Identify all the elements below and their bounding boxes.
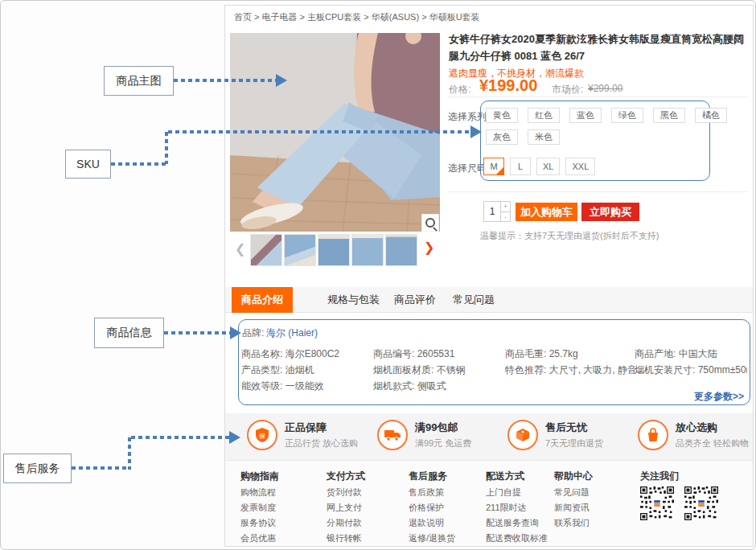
thumbnail-1[interactable]	[250, 234, 282, 266]
service-item-authentic: 保 正品保障正品行货 放心选购	[247, 420, 358, 450]
footer-link[interactable]: 售后政策	[409, 486, 444, 499]
annotation-connector	[174, 79, 277, 82]
shield-badge-icon: 保	[247, 420, 277, 450]
service-subtitle: 7天无理由退货	[545, 437, 603, 449]
tab-product-intro[interactable]: 商品介绍	[232, 287, 293, 313]
series-option[interactable]: 黄色	[486, 108, 518, 123]
size-option[interactable]: XL	[536, 158, 560, 175]
footer-col-title: 帮助中心	[554, 470, 593, 483]
footer-link[interactable]: 211限时达	[486, 502, 527, 514]
annotation-after-sales: 售后服务	[3, 454, 72, 483]
footer-link[interactable]: 银行转帐	[327, 532, 362, 544]
thumbnail-4[interactable]	[351, 234, 384, 266]
series-options-row1: 黄色 红色 蓝色 绿色 黑色 橘色	[486, 108, 727, 123]
footer-link[interactable]: 会员优惠	[240, 532, 276, 544]
quantity-value[interactable]: 1	[484, 202, 500, 221]
annotation-connector	[128, 437, 131, 470]
gallery-next-button[interactable]: ❯	[424, 241, 434, 254]
add-to-cart-button[interactable]: 加入购物车	[516, 203, 577, 221]
return-policy-tip: 温馨提示：支持7天无理由退货(拆封后不支持)	[480, 230, 659, 242]
series-option[interactable]: 红色	[528, 108, 560, 123]
series-option[interactable]: 蓝色	[569, 108, 602, 123]
footer-col-title: 关注我们	[640, 470, 679, 483]
footer-link[interactable]: 购物流程	[240, 486, 276, 499]
footer-link[interactable]: 联系我们	[554, 517, 590, 529]
service-item-free-shipping: 满99包邮满99元 免运费	[377, 420, 471, 450]
thumbnail-2[interactable]	[284, 234, 316, 266]
info-cell: 商品名称: 海尔E800C2	[241, 347, 339, 361]
footer-link[interactable]: 配送费收取标准	[486, 532, 548, 544]
size-option[interactable]: L	[510, 158, 531, 175]
info-cell: 产品类型: 油烟机	[241, 363, 314, 377]
annotation-main-image: 商品主图	[104, 66, 174, 96]
footer-col-title: 购物指南	[240, 470, 279, 483]
footer-link[interactable]: 上门自提	[486, 486, 521, 499]
info-cell: 烟机安装尺寸: 750mm±50mm (烟...	[635, 363, 747, 377]
footer-link[interactable]: 服务协议	[240, 517, 276, 529]
brand-link[interactable]: 海尔 (Haier)	[266, 326, 318, 340]
market-price-label: 市场价:	[552, 83, 583, 96]
series-label: 选择系列:	[448, 110, 489, 124]
info-cell: 烟机面板材质: 不锈钢	[373, 363, 466, 377]
footer-col-title: 支付方式	[327, 470, 365, 483]
breadcrumb[interactable]: 首页 > 电子电器 > 主板CPU套装 > 华硕(ASUS) > 华硕板U套装	[234, 11, 480, 23]
divider	[449, 96, 748, 97]
arrow-right-icon	[276, 74, 287, 87]
brand-label: 品牌:	[242, 326, 264, 340]
footer-link[interactable]: 配送服务查询	[486, 517, 539, 529]
size-option-selected[interactable]: M	[483, 158, 504, 175]
info-cell: 特色推荐: 大尺寸, 大吸力, 静音...	[505, 363, 645, 377]
truck-icon	[377, 420, 408, 450]
footer-link[interactable]: 分期付款	[327, 517, 362, 529]
service-subtitle: 正品行货 放心选购	[285, 437, 358, 449]
service-subtitle: 品类齐全 轻松购物	[676, 437, 749, 449]
footer-link[interactable]: 价格保护	[409, 502, 444, 514]
info-cell: 商品毛重: 25.7kg	[505, 347, 578, 361]
svg-text:保: 保	[259, 433, 265, 440]
footer-link[interactable]: 新闻资讯	[554, 502, 590, 514]
arrow-right-icon	[470, 125, 482, 138]
annotation-sku: SKU	[65, 150, 111, 179]
series-option[interactable]: 黑色	[653, 108, 685, 123]
footer-col-title: 售后服务	[409, 470, 447, 483]
gallery-prev-button[interactable]: ❮	[235, 243, 245, 256]
thumbnail-3[interactable]	[318, 234, 350, 266]
tab-spec-packaging[interactable]: 规格与包装	[327, 293, 380, 307]
service-item-easy-shopping: 放心选购品类齐全 轻松购物	[638, 420, 749, 450]
series-option[interactable]: 灰色	[486, 129, 518, 145]
series-option[interactable]: 米色	[528, 129, 560, 145]
series-option[interactable]: 绿色	[611, 108, 643, 123]
footer-link[interactable]: 返修/退换货	[409, 532, 455, 544]
quantity-stepper[interactable]: 1 + -	[483, 201, 511, 222]
footer-link[interactable]: 常见问题	[554, 486, 590, 499]
more-params-link[interactable]: 更多参数>>	[694, 390, 744, 404]
thumbnail-5[interactable]	[385, 234, 417, 266]
series-option[interactable]: 橘色	[695, 108, 727, 123]
info-cell: 商品编号: 2605531	[373, 347, 454, 361]
service-title: 售后无忧	[545, 421, 603, 435]
zoom-button[interactable]	[421, 214, 439, 232]
market-price: ¥299.00	[588, 83, 622, 94]
annotation-connector	[165, 132, 168, 164]
qr-code-2	[684, 486, 718, 520]
buy-now-button[interactable]: 立即购买	[581, 203, 639, 221]
qr-code-1	[640, 486, 674, 520]
size-option[interactable]: XXL	[565, 158, 595, 175]
service-title: 满99包邮	[415, 421, 471, 435]
footer-link[interactable]: 发票制度	[240, 502, 276, 514]
service-title: 放心选购	[676, 421, 749, 435]
quantity-increase-button[interactable]: +	[501, 202, 510, 212]
tab-reviews[interactable]: 商品评价	[394, 293, 436, 307]
tab-faq[interactable]: 常见问题	[453, 293, 495, 307]
footer-link[interactable]: 网上支付	[327, 502, 362, 514]
quantity-decrease-button[interactable]: -	[501, 212, 510, 222]
annotation-product-info: 商品信息	[94, 318, 164, 348]
arrow-right-icon	[229, 431, 240, 444]
footer-link[interactable]: 退款说明	[409, 517, 444, 529]
series-options-row2: 灰色 米色	[486, 129, 560, 145]
annotated-product-page: 首页 > 电子电器 > 主板CPU套装 > 华硕(ASUS) > 华硕板U套装 …	[0, 0, 756, 550]
current-price: ¥199.00	[479, 76, 537, 95]
service-subtitle: 满99元 免运费	[415, 437, 471, 449]
footer-link[interactable]: 货到付款	[327, 486, 362, 499]
annotation-connector	[72, 466, 131, 470]
